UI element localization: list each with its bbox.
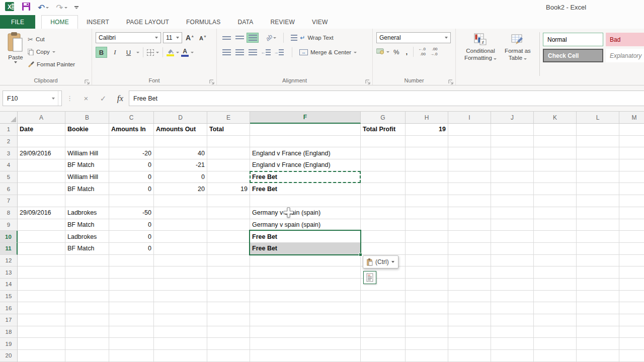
cell-C14[interactable] [109,279,154,291]
cell-G4[interactable] [361,159,406,171]
cell-M8[interactable] [619,207,644,219]
cell-L7[interactable] [577,195,619,207]
top-align-button[interactable] [220,33,232,43]
cell-M4[interactable] [619,159,644,171]
cell-A17[interactable] [18,314,65,326]
cell-H16[interactable] [406,302,448,314]
cell-G11[interactable] [361,243,406,255]
shrink-font-button[interactable]: A▼ [198,35,208,41]
cell-E9[interactable] [207,219,250,231]
cell-D19[interactable] [154,338,207,350]
cell-D15[interactable] [154,291,207,303]
column-header-D[interactable]: D [154,112,207,124]
merge-center-button[interactable]: ↔Merge & Center [299,47,357,58]
cell-H4[interactable] [406,159,448,171]
cell-G16[interactable] [361,302,406,314]
cell-K6[interactable] [534,183,577,195]
cell-H7[interactable] [406,195,448,207]
cell-L12[interactable] [577,255,619,267]
cell-B3[interactable]: William Hill [65,147,109,159]
undo-dropdown-icon[interactable] [46,7,49,9]
cell-J4[interactable] [491,159,534,171]
underline-button[interactable]: U [123,47,134,58]
cell-B17[interactable] [65,314,109,326]
cell-E20[interactable] [207,350,250,362]
cell-M5[interactable] [619,171,644,184]
cell-L6[interactable] [577,183,619,195]
cell-H12[interactable] [406,255,448,267]
cell-B10[interactable]: Ladbrokes [65,231,109,243]
cell-J2[interactable] [491,136,534,148]
cell-J15[interactable] [491,291,534,303]
cell-K9[interactable] [534,219,577,231]
cell-M2[interactable] [619,136,644,148]
column-header-A[interactable]: A [18,112,65,124]
cell-F8[interactable]: Germany v spain (spain) [250,207,361,219]
cell-B1[interactable]: Bookie [65,124,109,136]
cell-M14[interactable] [619,279,644,291]
cell-K16[interactable] [534,302,577,314]
cell-A8[interactable]: 29/09/2016 [18,207,65,219]
cell-J11[interactable] [491,243,534,255]
paste-dropdown-icon[interactable] [14,61,17,63]
cell-B4[interactable]: BF Match [65,159,109,171]
cell-B16[interactable] [65,302,109,314]
cell-I14[interactable] [448,279,491,291]
cell-J7[interactable] [491,195,534,207]
cell-C12[interactable] [109,255,154,267]
cell-F9[interactable]: Germany v spain (spain) [250,219,361,231]
tab-insert[interactable]: INSERT [78,15,118,29]
middle-align-button[interactable] [233,33,246,43]
row-header-15[interactable]: 15 [0,291,18,303]
cell-E11[interactable] [207,243,250,255]
tab-data[interactable]: DATA [229,15,262,29]
cell-C4[interactable]: 0 [109,159,154,171]
cell-M6[interactable] [619,183,644,195]
cell-C10[interactable]: 0 [109,231,154,243]
cell-I12[interactable] [448,255,491,267]
cell-F16[interactable] [250,302,361,314]
cell-M11[interactable] [619,243,644,255]
cell-J14[interactable] [491,279,534,291]
cell-E3[interactable] [207,147,250,159]
cell-I5[interactable] [448,171,491,184]
cell-H20[interactable] [406,350,448,362]
underline-dropdown-icon[interactable] [136,52,139,53]
wrap-text-button[interactable]: ↵Wrap Text [291,32,333,43]
cell-K20[interactable] [534,350,577,362]
cancel-button[interactable]: × [77,90,95,106]
row-header-14[interactable]: 14 [0,279,18,291]
row-header-1[interactable]: 1 [0,124,18,136]
italic-button[interactable]: I [109,47,121,58]
align-left-button[interactable] [220,47,232,57]
cell-L1[interactable] [577,124,619,136]
cell-L19[interactable] [577,338,619,350]
cell-H11[interactable] [406,243,448,255]
conditional-formatting-button[interactable]: ≠ Conditional Formatting [461,32,500,76]
cell-J5[interactable] [491,171,534,184]
cell-K1[interactable] [534,124,577,136]
cell-F3[interactable]: England v France (England) [250,147,361,159]
cell-J6[interactable] [491,183,534,195]
row-header-11[interactable]: 11 [0,243,18,255]
decrease-decimal-button[interactable]: .00→.0 [429,47,439,56]
column-header-L[interactable]: L [577,112,619,124]
number-dialog-launcher[interactable] [448,78,454,83]
cell-M17[interactable] [619,314,644,326]
column-header-C[interactable]: C [109,112,154,124]
cell-K2[interactable] [534,136,577,148]
row-header-8[interactable]: 8 [0,207,18,219]
cell-H14[interactable] [406,279,448,291]
cell-H19[interactable] [406,338,448,350]
cell-L20[interactable] [577,350,619,362]
cell-F10[interactable]: Free Bet [250,231,361,243]
cell-D9[interactable] [154,219,207,231]
row-header-18[interactable]: 18 [0,326,18,338]
fill-color-dropdown-icon[interactable] [176,52,179,53]
cell-L17[interactable] [577,314,619,326]
tab-view[interactable]: VIEW [303,15,336,29]
cell-C17[interactable] [109,314,154,326]
cell-C15[interactable] [109,291,154,303]
cell-M19[interactable] [619,338,644,350]
fill-handle[interactable] [359,253,362,256]
